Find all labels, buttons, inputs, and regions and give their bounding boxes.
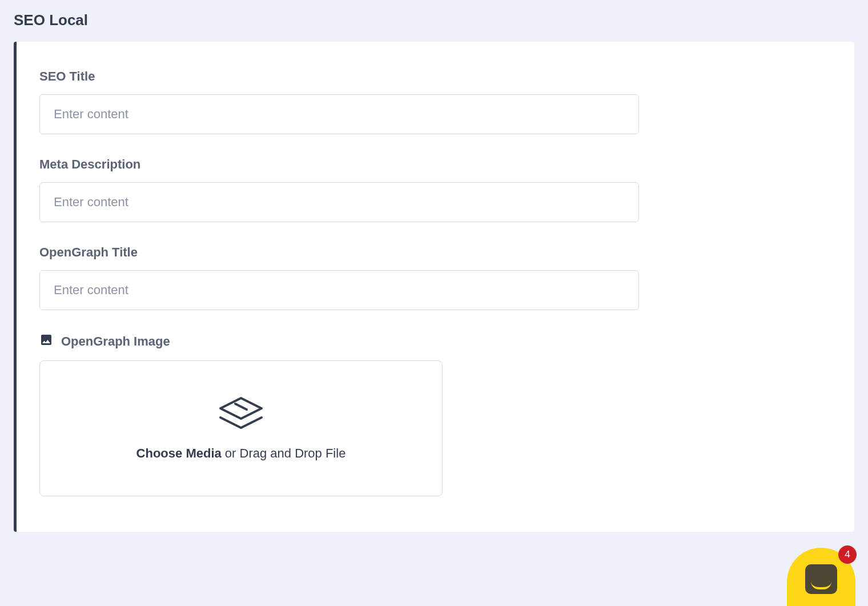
chat-badge: 4 [838,545,857,564]
seo-local-card: SEO Title Meta Description OpenGraph Tit… [14,42,854,532]
og-image-dropzone[interactable]: Choose Media or Drag and Drop File [39,360,443,496]
og-image-group: OpenGraph Image Choose Media or Drag and… [39,333,831,496]
image-icon [39,333,53,350]
page-title: SEO Local [0,0,868,42]
dropzone-drag-text: or Drag and Drop File [222,446,346,460]
meta-description-label: Meta Description [39,157,831,172]
media-stack-icon [215,396,267,437]
seo-title-input[interactable] [39,94,639,134]
chat-widget-button[interactable]: 4 [787,548,855,606]
seo-title-label: SEO Title [39,69,831,84]
dropzone-text: Choose Media or Drag and Drop File [136,446,346,461]
og-title-label: OpenGraph Title [39,245,831,260]
og-image-label: OpenGraph Image [61,334,170,349]
og-title-input[interactable] [39,270,639,310]
seo-title-group: SEO Title [39,69,831,134]
meta-description-input[interactable] [39,182,639,222]
og-image-label-row: OpenGraph Image [39,333,831,350]
dropzone-choose-text: Choose Media [136,446,222,460]
og-title-group: OpenGraph Title [39,245,831,310]
meta-description-group: Meta Description [39,157,831,222]
chat-icon [805,564,837,594]
